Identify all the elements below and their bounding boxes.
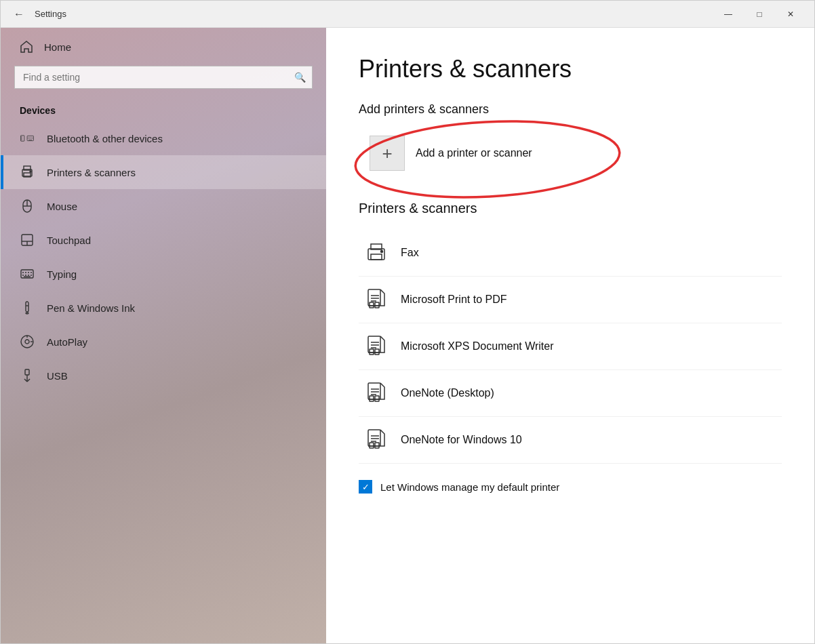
fax-label: Fax xyxy=(401,247,419,259)
search-container: 🔍 xyxy=(14,66,313,89)
sidebar-item-mouse[interactable]: Mouse xyxy=(1,189,326,223)
svg-rect-69 xyxy=(375,443,379,448)
default-printer-label: Let Windows manage my default printer xyxy=(380,481,559,493)
default-printer-section: ✓ Let Windows manage my default printer xyxy=(359,480,782,494)
svg-rect-37 xyxy=(25,369,29,375)
section-label: Devices xyxy=(1,100,326,121)
search-icon: 🔍 xyxy=(294,72,306,83)
mouse-icon xyxy=(20,199,35,214)
printer-item-onenote-win10[interactable]: OneNote for Windows 10 xyxy=(359,417,782,464)
svg-rect-50 xyxy=(370,302,374,308)
page-title: Printers & scanners xyxy=(359,55,782,83)
autoplay-label: AutoPlay xyxy=(47,336,87,348)
xps-printer-label: Microsoft XPS Document Writer xyxy=(401,340,554,353)
printer-item-fax[interactable]: Fax xyxy=(359,230,782,277)
onenote-desktop-icon xyxy=(364,381,389,405)
sidebar-item-home[interactable]: Home xyxy=(1,28,326,66)
autoplay-icon xyxy=(20,334,35,349)
sidebar: Home 🔍 Devices xyxy=(1,28,326,643)
pdf-printer-icon xyxy=(364,287,389,312)
printers-section-header: Printers & scanners xyxy=(359,201,782,216)
usb-icon xyxy=(20,368,35,383)
window-controls: — □ ✕ xyxy=(713,3,806,25)
fax-icon xyxy=(364,241,389,265)
pdf-printer-label: Microsoft Print to PDF xyxy=(401,294,506,306)
bluetooth-label: Bluetooth & other devices xyxy=(47,133,163,144)
svg-rect-63 xyxy=(375,396,379,401)
svg-rect-51 xyxy=(375,302,379,308)
printer-item-onenote-desktop[interactable]: OneNote (Desktop) xyxy=(359,370,782,417)
minimize-button[interactable]: — xyxy=(713,3,744,25)
sidebar-item-autoplay[interactable]: AutoPlay xyxy=(1,325,326,359)
typing-label: Typing xyxy=(47,268,77,280)
printers-label: Printers & scanners xyxy=(47,167,136,178)
sidebar-item-bluetooth[interactable]: Bluetooth & other devices xyxy=(1,121,326,155)
settings-window: ← Settings — □ ✕ Home 🔍 xyxy=(0,0,815,644)
home-icon xyxy=(20,40,33,54)
sidebar-item-pen[interactable]: Pen & Windows Ink xyxy=(1,291,326,325)
sidebar-item-usb[interactable]: USB xyxy=(1,359,326,393)
printer-item-xps[interactable]: Microsoft XPS Document Writer xyxy=(359,323,782,370)
printer-sidebar-icon xyxy=(20,165,35,180)
pen-icon xyxy=(20,300,35,315)
plus-icon: + xyxy=(382,143,392,164)
search-input[interactable] xyxy=(14,66,313,89)
printer-item-pdf[interactable]: Microsoft Print to PDF xyxy=(359,277,782,323)
sidebar-item-printers[interactable]: Printers & scanners xyxy=(1,155,326,189)
usb-label: USB xyxy=(47,370,68,382)
touchpad-label: Touchpad xyxy=(47,235,91,246)
typing-icon xyxy=(20,266,35,281)
svg-rect-56 xyxy=(370,349,374,355)
sidebar-item-typing[interactable]: Typing xyxy=(1,257,326,291)
mouse-label: Mouse xyxy=(47,201,77,212)
main-area: Home 🔍 Devices xyxy=(1,28,814,643)
add-printer-button[interactable]: + Add a printer or scanner xyxy=(359,127,543,179)
svg-rect-44 xyxy=(371,254,382,260)
svg-point-17 xyxy=(30,171,31,172)
svg-point-33 xyxy=(26,313,28,314)
pen-label: Pen & Windows Ink xyxy=(47,302,135,314)
svg-rect-68 xyxy=(370,443,374,448)
back-button[interactable]: ← xyxy=(9,4,29,24)
svg-point-36 xyxy=(25,340,29,344)
close-button[interactable]: ✕ xyxy=(775,3,806,25)
printer-list: Fax Micro xyxy=(359,230,782,464)
onenote-win10-label: OneNote for Windows 10 xyxy=(401,434,522,446)
onenote-win10-icon xyxy=(364,428,389,452)
sidebar-item-touchpad[interactable]: Touchpad xyxy=(1,223,326,257)
maximize-button[interactable]: □ xyxy=(744,3,775,25)
add-printer-container: + Add a printer or scanner xyxy=(359,127,782,179)
bluetooth-icon xyxy=(20,131,35,146)
touchpad-icon xyxy=(20,233,35,247)
content-area: Printers & scanners Add printers & scann… xyxy=(326,28,814,643)
xps-printer-icon xyxy=(364,334,389,359)
plus-icon-box: + xyxy=(370,136,405,171)
onenote-desktop-label: OneNote (Desktop) xyxy=(401,387,494,399)
add-section-header: Add printers & scanners xyxy=(359,102,782,117)
window-title: Settings xyxy=(35,9,713,19)
svg-point-45 xyxy=(381,251,383,253)
svg-rect-57 xyxy=(375,349,379,355)
titlebar: ← Settings — □ ✕ xyxy=(1,1,814,28)
home-label: Home xyxy=(44,41,71,53)
svg-rect-62 xyxy=(370,396,374,401)
add-printer-label: Add a printer or scanner xyxy=(416,147,532,159)
default-printer-checkbox[interactable]: ✓ xyxy=(359,480,372,494)
